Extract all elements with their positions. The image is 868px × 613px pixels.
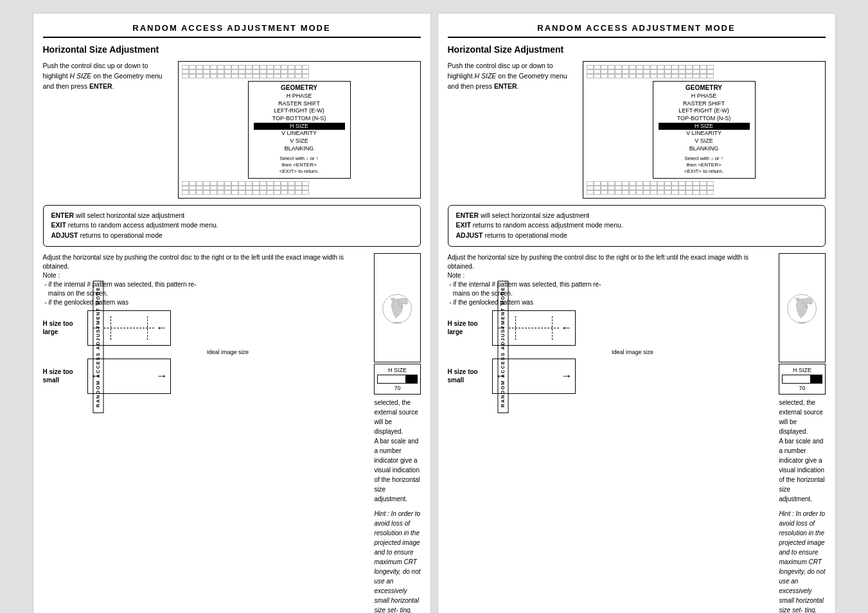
right-arrow-right-small: → <box>561 369 572 383</box>
left-callout-box: ENTER will select horizontal size adjust… <box>43 205 421 247</box>
left-geo-raster: RASTER SHIFT <box>254 100 345 108</box>
left-adjust-text: returns to operational mode <box>78 231 163 239</box>
right-h-small-label: H size toosmall <box>448 368 490 384</box>
right-geo-topbottom: TOP-BOTTOM (N-S) <box>659 115 750 123</box>
left-diagrams-col: Adjust the horizontal size by pushing th… <box>43 253 368 613</box>
right-exit-label: EXIT <box>456 221 471 229</box>
right-top-section: Push the control disc up or down to high… <box>448 61 826 199</box>
left-dashed-v-large-left <box>111 316 111 340</box>
right-enter-text: will select horizontal size adjustment <box>479 211 589 219</box>
left-hsize-label: H SIZE <box>377 367 417 373</box>
right-h-large-label: H size toolarge <box>448 319 490 336</box>
right-middle-left: Adjust the horizontal size by pushing th… <box>448 253 773 613</box>
right-exit-text: returns to random access adjustment mode… <box>471 221 623 229</box>
left-ideal-label: Ideal image size <box>88 349 368 355</box>
right-hint-text: Hint : In order to avoid loss of resolut… <box>779 509 825 613</box>
right-callout-box: ENTER will select horizontal size adjust… <box>448 205 826 247</box>
right-right-text1: selected, the external source will be di… <box>779 398 825 504</box>
left-geometry-box: GEOMETRY H PHASE RASTER SHIFT LEFT-RIGHT… <box>248 81 351 179</box>
left-geo-topbottom: TOP-BOTTOM (N-S) <box>254 115 345 123</box>
left-geo-hsize: H SIZE <box>254 123 345 130</box>
right-ideal-label: Ideal image size <box>493 349 773 355</box>
left-geo-vsize: V SIZE <box>254 138 345 145</box>
left-hsize-number: 70 <box>377 385 417 391</box>
right-page: RANDOM ACCESS ADJUSTMENT MODE Horizontal… <box>438 13 836 613</box>
right-top-text-content: Push the control disc up or down to high… <box>448 62 567 90</box>
right-geometry-box: GEOMETRY H PHASE RASTER SHIFT LEFT-RIGHT… <box>653 81 756 179</box>
right-geo-hsize: H SIZE <box>659 123 750 130</box>
right-enter-label: ENTER <box>456 211 479 219</box>
right-bottom-grid: for(let i=0;i<54;i++) document.write('<d… <box>587 181 822 195</box>
right-dashed-v-large-left <box>515 316 516 340</box>
right-side-mode-label: RANDOM ACCESS ADJUSTMENT MODE <box>497 281 508 413</box>
left-top-grid: for(let i=0;i<54;i++) document.write('<d… <box>182 65 417 78</box>
right-top-grid: for(let i=0;i<54;i++) document.write('<d… <box>587 65 822 78</box>
right-dashed-v-large-right <box>552 316 553 340</box>
left-arrow-right-large: ← <box>156 321 168 335</box>
left-h-large-label: H size toolarge <box>43 319 85 336</box>
right-right-panel: H SIZE 70 selected, the external source … <box>779 253 825 613</box>
left-hsize-bar <box>377 375 417 384</box>
left-page: RANDOM ACCESS ADJUSTMENT MODE Horizontal… <box>33 13 431 613</box>
left-globe-svg <box>375 254 420 362</box>
left-enter-label: ENTER <box>51 211 75 219</box>
right-hsize-fill <box>783 375 810 383</box>
right-geo-title: GEOMETRY <box>659 84 750 91</box>
left-geo-leftright: LEFT-RIGHT (E-W) <box>254 107 345 115</box>
left-middle-text-block: Adjust the horizontal size by pushing th… <box>43 253 368 307</box>
right-diagrams-col: Adjust the horizontal size by pushing th… <box>448 253 773 613</box>
right-adjust-label: ADJUST <box>456 231 483 239</box>
left-bottom-grid: for(let i=0;i<54;i++) document.write('<d… <box>182 181 417 195</box>
right-top-text: Push the control disc up or down to high… <box>448 61 576 199</box>
left-exit-text: returns to random access adjustment mode… <box>66 221 218 229</box>
left-section-title: Horizontal Size Adjustment <box>43 44 421 55</box>
left-page-header: RANDOM ACCESS ADJUSTMENT MODE <box>43 23 421 38</box>
left-side-mode-label: RANDOM ACCESS ADJUSTMENT MODE <box>93 281 103 413</box>
outer-container: RANDOM ACCESS ADJUSTMENT MODE Horizontal… <box>33 13 836 613</box>
left-geo-footer: Select with ↓ or ↑then <ENTER><EXIT> to … <box>254 155 345 175</box>
right-middle-text-block: Adjust the horizontal size by pushing th… <box>448 253 773 307</box>
right-hsize-number: 70 <box>782 385 822 391</box>
right-globe-container <box>779 253 825 362</box>
right-geo-raster: RASTER SHIFT <box>659 100 750 108</box>
left-hsize-bar-panel: H SIZE 70 <box>374 364 420 395</box>
left-right-text1: selected, the external source will be di… <box>374 398 420 504</box>
right-section-title: Horizontal Size Adjustment <box>448 44 826 55</box>
left-middle-left: Adjust the horizontal size by pushing th… <box>43 253 368 613</box>
right-hsize-label: H SIZE <box>782 367 822 373</box>
right-globe-svg <box>779 254 824 362</box>
left-exit-label: EXIT <box>51 221 66 229</box>
left-adjust-label: ADJUST <box>51 231 78 239</box>
left-h-small-label: H size toosmall <box>43 368 85 384</box>
right-hsize-bar <box>782 375 822 384</box>
left-top-text-content: Push the control disc up or down to high… <box>43 62 163 90</box>
left-hsize-fill <box>378 375 405 383</box>
left-enter-text: will select horizontal size adjustment <box>74 211 184 219</box>
left-h-small-row: H size toosmall ← → <box>43 359 368 394</box>
right-geometry-menu: for(let i=0;i<54;i++) document.write('<d… <box>583 61 826 199</box>
right-geo-hphase: H PHASE <box>659 93 750 100</box>
left-geo-title: GEOMETRY <box>254 84 345 91</box>
left-geometry-menu: for(let i=0;i<54;i++) document.write('<d… <box>178 61 421 199</box>
left-geo-blanking: BLANKING <box>254 145 345 153</box>
right-adjust-text: returns to operational mode <box>483 231 567 239</box>
right-geo-footer: Select with ↓ or ↑then <ENTER><EXIT> to … <box>659 155 750 175</box>
left-dashed-v-large-right <box>147 316 148 340</box>
right-page-header: RANDOM ACCESS ADJUSTMENT MODE <box>448 23 826 38</box>
left-globe-container <box>374 253 420 362</box>
right-geo-blanking: BLANKING <box>659 145 750 153</box>
right-geo-leftright: LEFT-RIGHT (E-W) <box>659 107 750 115</box>
right-geo-vsize: V SIZE <box>659 138 750 145</box>
left-geo-hphase: H PHASE <box>254 93 345 100</box>
left-h-large-row: H size toolarge → ← <box>43 310 368 346</box>
right-hsize-bar-panel: H SIZE 70 <box>779 364 825 395</box>
left-geo-vlin: V LINEARITY <box>254 130 345 138</box>
left-right-panel: H SIZE 70 selected, the external source … <box>374 253 420 613</box>
left-arrow-right-small: → <box>156 369 168 383</box>
left-top-text: Push the control disc up or down to high… <box>43 61 172 199</box>
left-hint-text: Hint : In order to avoid loss of resolut… <box>374 509 420 613</box>
right-h-large-row: H size toolarge → ← <box>448 310 773 346</box>
left-top-section: Push the control disc up or down to high… <box>43 61 421 199</box>
right-h-small-row: H size toosmall ← → <box>448 359 773 394</box>
right-arrow-right-large: ← <box>561 321 572 335</box>
